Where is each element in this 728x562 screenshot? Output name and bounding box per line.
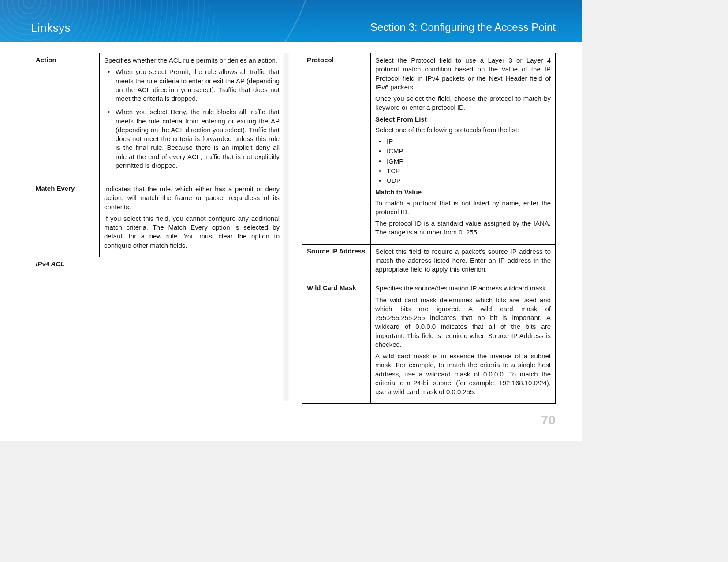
brand-logo-text: Linksys (31, 21, 71, 35)
para: Select this field to require a packet's … (375, 247, 551, 274)
content-columns: Action Specifies whether the ACL rule pe… (31, 53, 556, 404)
bullet-item: IGMP (375, 157, 551, 166)
table-row: Wild Card Mask Specifies the source/dest… (302, 281, 556, 404)
definition-cell: Select this field to require a packet's … (371, 244, 556, 281)
term-cell: Source IP Address (302, 244, 371, 281)
para: A wild card mask is in essence the inver… (375, 352, 551, 396)
table-row: Match Every Indicates that the rule, whi… (31, 182, 284, 257)
section-title: Section 3: Configuring the Access Point (370, 21, 556, 33)
bullet-item: When you select Permit, the rule allows … (104, 67, 280, 103)
table-row: Action Specifies whether the ACL rule pe… (31, 53, 284, 182)
term-cell: Match Every (31, 182, 100, 257)
definition-cell: Specifies the source/destination IP addr… (371, 281, 556, 404)
bullet-item: ICMP (375, 147, 551, 156)
right-column: Protocol Select the Protocol field to us… (302, 53, 556, 404)
para: Once you select the field, choose the pr… (375, 94, 551, 112)
para: If you select this field, you cannot con… (104, 214, 280, 250)
table-row: Source IP Address Select this field to r… (302, 244, 556, 281)
page-number: 70 (541, 413, 556, 428)
term-cell: Wild Card Mask (302, 281, 371, 404)
left-definitions-table: Action Specifies whether the ACL rule pe… (31, 53, 284, 275)
table-row: Protocol Select the Protocol field to us… (302, 53, 556, 245)
bullet-item: When you select Deny, the rule blocks al… (104, 108, 280, 170)
para: Select the Protocol field to use a Layer… (375, 56, 551, 92)
section-heading-cell: IPv4 ACL (31, 257, 284, 275)
page-inner: Linksys Section 3: Configuring the Acces… (0, 0, 582, 441)
para: Specifies the source/destination IP addr… (375, 284, 551, 293)
definition-cell: Select the Protocol field to use a Layer… (371, 53, 556, 245)
para: The protocol ID is a standard value assi… (375, 219, 551, 237)
section-row: IPv4 ACL (31, 257, 284, 275)
para: Select one of the following protocols fr… (375, 126, 551, 134)
sub-heading: Select From List (375, 115, 551, 124)
para: Indicates that the rule, which either ha… (104, 185, 280, 212)
bullet-item: TCP (375, 167, 551, 175)
header-band: Linksys Section 3: Configuring the Acces… (0, 0, 582, 42)
para: To match a protocol that is not listed b… (375, 199, 551, 217)
bullet-item: IP (375, 137, 551, 146)
para: Specifies whether the ACL rule permits o… (104, 56, 280, 65)
definition-cell: Specifies whether the ACL rule permits o… (100, 53, 284, 182)
sub-heading: Match to Value (375, 188, 551, 197)
definition-cell: Indicates that the rule, which either ha… (100, 182, 284, 257)
left-column: Action Specifies whether the ACL rule pe… (31, 53, 284, 404)
bullet-item: UDP (375, 176, 551, 185)
right-definitions-table: Protocol Select the Protocol field to us… (302, 53, 556, 404)
page-background: Linksys Section 3: Configuring the Acces… (0, 0, 728, 562)
term-cell: Protocol (302, 53, 371, 245)
para: The wild card mask determines which bits… (375, 296, 551, 350)
term-cell: Action (31, 53, 100, 182)
